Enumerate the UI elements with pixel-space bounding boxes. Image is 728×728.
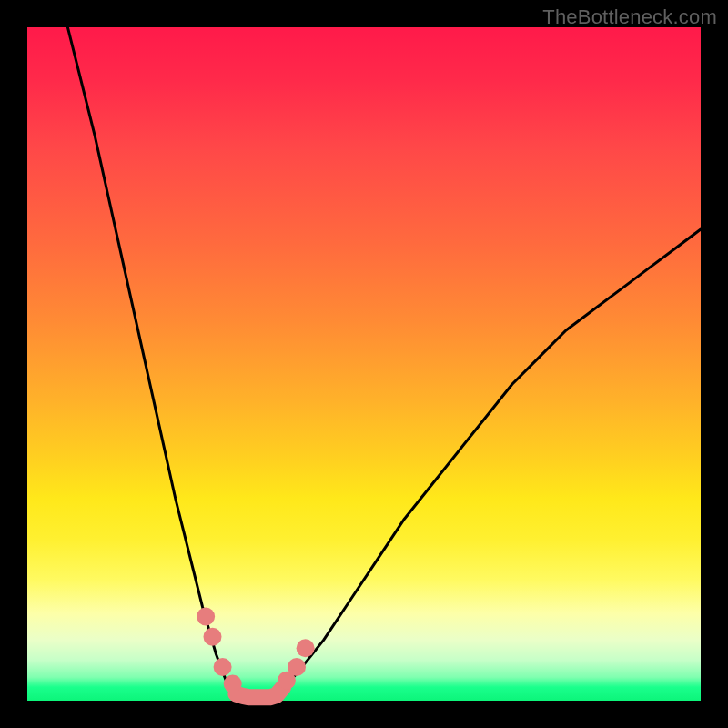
markers-right <box>278 639 315 690</box>
svg-point-3 <box>224 675 242 693</box>
svg-point-2 <box>214 658 232 676</box>
bottleneck-chart: TheBottleneck.com <box>0 0 728 728</box>
curve-layer <box>27 27 701 701</box>
svg-point-1 <box>204 628 222 646</box>
curve-valley <box>236 687 283 697</box>
svg-point-0 <box>197 608 215 626</box>
svg-point-6 <box>297 639 315 657</box>
curve-right <box>283 229 701 687</box>
curve-left <box>67 27 236 694</box>
svg-point-5 <box>288 658 306 676</box>
plot-area <box>27 27 701 701</box>
watermark-text: TheBottleneck.com <box>542 5 717 29</box>
markers-left <box>197 608 242 693</box>
